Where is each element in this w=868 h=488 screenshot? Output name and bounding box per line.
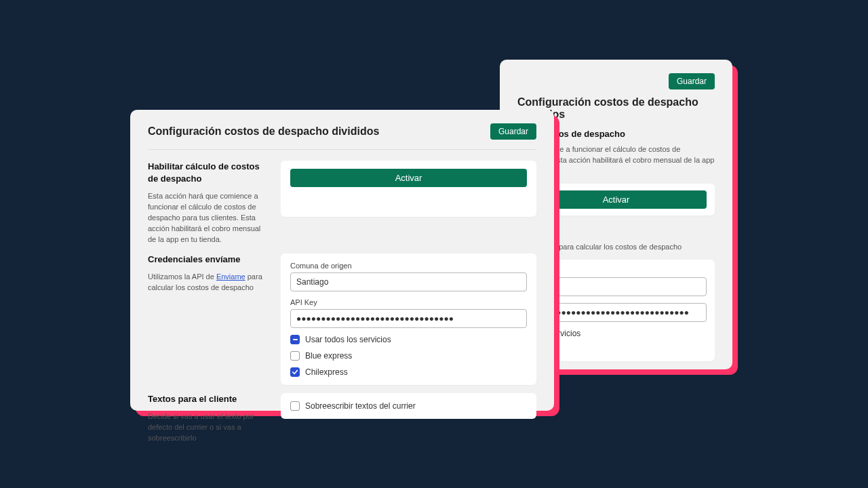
check-chilexpress[interactable]: Chilexpress bbox=[290, 367, 527, 377]
texts-heading: Textos para el cliente bbox=[148, 393, 263, 405]
save-button[interactable]: Guardar bbox=[669, 73, 715, 89]
creds-heading: Credenciales envíame bbox=[148, 253, 263, 266]
check-blue-express[interactable]: Blue express bbox=[290, 351, 527, 361]
checkbox-indeterminate-icon bbox=[290, 335, 300, 344]
text: para calcular los costos de despacho bbox=[557, 243, 682, 251]
comuna-input[interactable] bbox=[290, 272, 527, 291]
enable-desc: Esta acción hará que comience a funciona… bbox=[148, 191, 263, 245]
front-card-header: Configuración costos de despacho dividid… bbox=[148, 123, 536, 150]
apikey-label: API Key bbox=[290, 298, 527, 306]
section-texts: Textos para el cliente Decide si vas a u… bbox=[148, 393, 536, 444]
section-credentials-body: Comuna de origen API Key Usar todos los … bbox=[281, 253, 536, 385]
page-title: Configuración costos de despacho dividid… bbox=[148, 125, 379, 138]
section-credentials: Credenciales envíame Utilizamos la API d… bbox=[148, 253, 536, 385]
text: Utilizamos la API de bbox=[148, 272, 216, 281]
section-enable: Habilitar cálculo de costos de despacho … bbox=[148, 161, 536, 245]
enviame-link[interactable]: Enviame bbox=[216, 272, 245, 281]
activate-button[interactable]: Activar bbox=[290, 169, 527, 187]
checkbox-unchecked-icon bbox=[290, 351, 300, 361]
back-card-header: Guardar bbox=[517, 73, 715, 96]
checkbox-checked-icon bbox=[290, 367, 300, 377]
apikey-input[interactable] bbox=[290, 309, 527, 328]
check-label: Chilexpress bbox=[305, 367, 348, 377]
check-all-services[interactable]: Usar todos los servicios bbox=[290, 335, 527, 344]
check-label: Blue express bbox=[305, 351, 352, 361]
check-label: Usar todos los servicios bbox=[305, 335, 391, 344]
texts-panel: Sobreescribir textos del currier bbox=[281, 393, 536, 419]
section-enable-body: Activar bbox=[281, 161, 536, 245]
activate-panel: Activar bbox=[281, 161, 536, 217]
section-texts-info: Textos para el cliente Decide si vas a u… bbox=[148, 393, 263, 444]
comuna-label: Comuna de origen bbox=[290, 262, 527, 270]
save-button[interactable]: Guardar bbox=[490, 123, 536, 140]
front-config-card: Configuración costos de despacho dividid… bbox=[130, 110, 554, 411]
section-texts-body: Sobreescribir textos del currier bbox=[281, 393, 536, 444]
checkbox-unchecked-icon bbox=[290, 401, 300, 411]
texts-desc: Decide si vas a usar el texto por defect… bbox=[148, 411, 263, 444]
section-enable-info: Habilitar cálculo de costos de despacho … bbox=[148, 161, 263, 245]
check-overwrite-texts[interactable]: Sobreescribir textos del currier bbox=[290, 401, 527, 411]
section-credentials-info: Credenciales envíame Utilizamos la API d… bbox=[148, 253, 263, 385]
creds-desc: Utilizamos la API de Enviame para calcul… bbox=[148, 272, 263, 293]
credentials-panel: Comuna de origen API Key Usar todos los … bbox=[281, 253, 536, 385]
check-label: Sobreescribir textos del currier bbox=[305, 401, 416, 411]
enable-heading: Habilitar cálculo de costos de despacho bbox=[148, 161, 263, 184]
